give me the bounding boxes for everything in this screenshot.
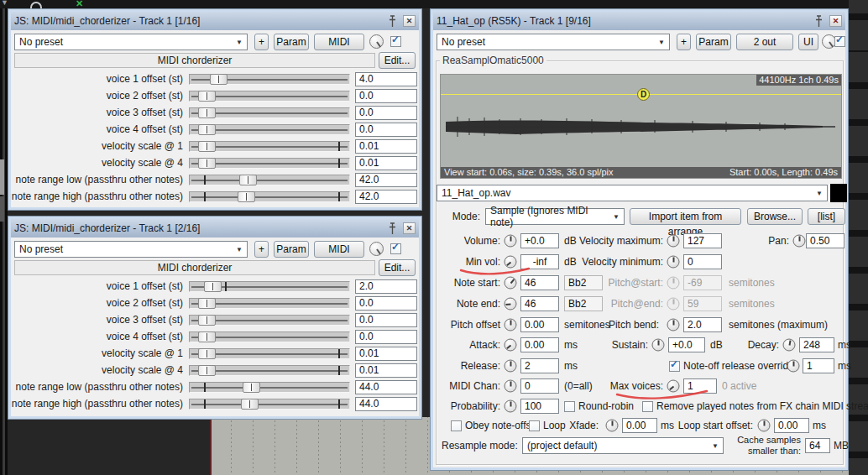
add-preset-button[interactable]: + [254, 34, 269, 50]
slider-track[interactable] [189, 107, 350, 118]
slider-track[interactable] [189, 74, 350, 85]
cache-samples-field[interactable]: 64 [805, 438, 830, 453]
pitch-bend-field[interactable]: 2.0 [683, 317, 722, 332]
resample-mode-dropdown[interactable]: (project default) ▼ [522, 437, 724, 454]
slider-value[interactable]: 2.0 [355, 279, 417, 294]
slider-value[interactable]: 0.01 [355, 156, 417, 170]
midi-chan-knob[interactable] [505, 380, 517, 393]
slider-track[interactable] [189, 141, 350, 152]
add-preset-button[interactable]: + [677, 34, 691, 50]
titlebar[interactable]: JS: MIDI/midi_chorderizer - Track 1 [1/1… [11, 12, 419, 30]
slider-value[interactable]: 44.0 [355, 397, 417, 411]
pin-icon[interactable] [387, 15, 398, 28]
slider-track[interactable] [189, 382, 350, 393]
obey-noteoffs-checkbox[interactable] [451, 420, 462, 431]
probability-field[interactable]: 100 [520, 399, 559, 414]
slider-handle[interactable] [198, 158, 216, 169]
decay-knob[interactable] [783, 339, 796, 352]
slider-handle[interactable] [241, 399, 259, 410]
pan-field[interactable]: 0.50 [806, 233, 844, 248]
slider-track[interactable] [189, 348, 350, 359]
slider-value[interactable]: 0.0 [355, 313, 417, 327]
release-knob[interactable] [505, 360, 517, 373]
slider-track[interactable] [189, 124, 350, 135]
note-end-knob[interactable] [505, 298, 517, 311]
wet-dry-knob[interactable] [369, 34, 384, 49]
slider-track[interactable] [189, 315, 350, 326]
slider-handle[interactable] [198, 141, 216, 152]
max-voices-field[interactable]: 1 [683, 378, 717, 394]
param-button[interactable]: Param [274, 241, 309, 258]
preset-dropdown[interactable]: No preset ▼ [437, 34, 670, 50]
titlebar[interactable]: JS: MIDI/midi_chorderizer - Track 1 [2/1… [11, 219, 419, 238]
decay-field[interactable]: 248 [799, 337, 834, 352]
slider-value[interactable]: 0.0 [355, 330, 417, 344]
attack-knob[interactable] [505, 339, 517, 352]
import-item-button[interactable]: Import item from arrange [630, 208, 741, 225]
volume-knob[interactable] [505, 235, 517, 248]
probability-knob[interactable] [505, 400, 517, 413]
min-vol-knob[interactable] [505, 256, 517, 269]
slider-track[interactable] [189, 298, 350, 309]
pin-icon[interactable] [813, 15, 824, 28]
slider-handle[interactable] [198, 298, 216, 309]
sustain-field[interactable]: +0.0 [668, 337, 705, 352]
noteoff-override-checkbox[interactable]: ✓ [669, 361, 680, 372]
param-button[interactable]: Param [696, 34, 731, 50]
midi-button[interactable]: MIDI [314, 241, 364, 258]
add-preset-button[interactable]: + [254, 241, 269, 258]
waveform-display[interactable]: 44100Hz 1ch 0.49s D [440, 74, 842, 179]
attack-field[interactable]: 0.00 [520, 337, 559, 352]
slider-handle[interactable] [210, 74, 227, 85]
slider-handle[interactable] [243, 382, 260, 393]
slider-value[interactable]: 4.0 [355, 72, 417, 86]
loop-checkbox[interactable] [529, 420, 540, 431]
fx-enable-checkbox[interactable]: ✓ [390, 36, 401, 47]
slider-track[interactable] [189, 281, 350, 292]
slider-track[interactable] [189, 91, 350, 102]
slider-track[interactable] [189, 399, 350, 410]
pin-icon[interactable] [387, 222, 398, 235]
slider-handle[interactable] [204, 281, 222, 292]
preset-dropdown[interactable]: No preset ▼ [14, 34, 248, 50]
slider-handle[interactable] [198, 331, 216, 342]
mode-dropdown[interactable]: Sample (Ignores MIDI note) ▼ [485, 208, 625, 225]
slider-value[interactable]: 0.0 [355, 123, 417, 137]
slider-track[interactable] [189, 175, 350, 185]
slider-handle[interactable] [239, 175, 257, 185]
slider-handle[interactable] [198, 107, 216, 118]
slider-value[interactable]: 0.0 [355, 89, 417, 103]
edit-button[interactable]: Edit... [379, 259, 416, 276]
pan-knob[interactable] [793, 235, 806, 248]
slider-handle[interactable] [198, 315, 216, 326]
vel-max-field[interactable]: 127 [683, 233, 722, 248]
xfade-field[interactable]: 0.00 [622, 418, 657, 433]
midi-button[interactable]: MIDI [314, 34, 364, 50]
slider-track[interactable] [189, 191, 350, 202]
sample-color-swatch[interactable] [830, 184, 847, 202]
out-config-button[interactable]: 2 out [736, 34, 793, 50]
close-icon[interactable]: ✕ [829, 15, 842, 27]
browse-button[interactable]: Browse... [747, 208, 803, 225]
list-button[interactable]: [list] [808, 208, 845, 225]
slider-value[interactable]: 0.01 [355, 139, 417, 154]
sample-file-dropdown[interactable]: 11_Hat_op.wav ▼ [437, 185, 828, 201]
close-icon[interactable]: ✕ [403, 15, 416, 27]
note-start-knob[interactable] [505, 277, 517, 290]
noteoff-override-knob[interactable] [787, 360, 800, 373]
pitch-bend-knob[interactable] [667, 319, 680, 331]
slider-value[interactable]: 42.0 [355, 190, 417, 204]
slider-value[interactable]: 42.0 [355, 173, 417, 187]
wet-dry-knob[interactable] [369, 242, 384, 256]
slider-track[interactable] [189, 365, 350, 376]
midi-chan-field[interactable]: 0 [520, 378, 559, 394]
vel-min-knob[interactable] [667, 256, 680, 269]
slider-value[interactable]: 0.0 [355, 296, 417, 311]
release-field[interactable]: 2 [520, 358, 559, 373]
fx-enable-checkbox[interactable]: ✓ [834, 36, 845, 47]
slider-handle[interactable] [198, 91, 216, 102]
preset-dropdown[interactable]: No preset ▼ [14, 241, 248, 258]
slider-handle[interactable] [198, 365, 216, 376]
slider-value[interactable]: 0.01 [355, 347, 417, 361]
remove-played-checkbox[interactable] [642, 401, 653, 412]
